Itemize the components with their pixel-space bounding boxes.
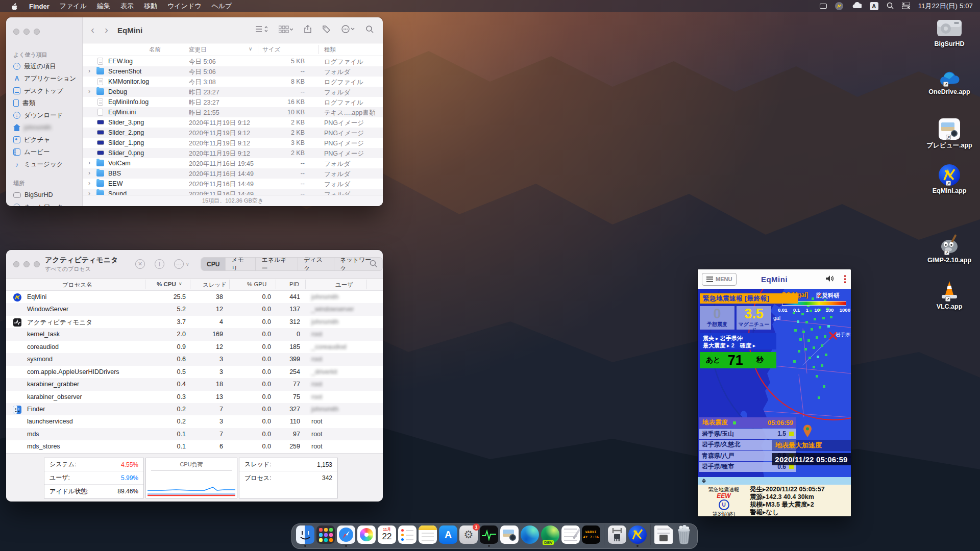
sidebar-item[interactable]: アプリケーション [6,72,82,85]
dock-photos[interactable] [356,525,377,547]
sidebar-item[interactable]: ムービー [6,146,82,158]
desktop-icon-GIMP-2.10.app[interactable]: ↗GIMP-2.10.app [928,231,971,264]
tab-ディスク[interactable]: ディスク [298,258,334,270]
active-app-name[interactable]: Finder [24,3,55,10]
am-search-icon[interactable] [370,260,378,270]
group-view-icon[interactable] [279,26,293,35]
process-row[interactable]: mds_stores0.160.0259root [6,440,383,453]
sidebar-item[interactable]: 最近の項目 [6,60,82,72]
speaker-icon[interactable] [825,274,835,285]
desktop-icon-プレビュー.app[interactable]: ↗プレビュー.app [928,115,971,150]
file-row[interactable]: ›BBS2020年11月16日 14:49--フォルダ [83,168,383,179]
desktop-icon-EqMini.app[interactable]: ↗EqMini.app [928,161,971,194]
tab-エネルギー[interactable]: エネルギー [256,258,298,270]
file-row[interactable]: ›ScreenShot今日 5:06--フォルダ [83,66,383,77]
apple-menu-icon[interactable] [5,3,24,10]
panel-resize-strip[interactable] [698,477,851,485]
sidebar-item[interactable]: ピクチャ [6,134,82,146]
process-row[interactable]: com.apple.AppleUserHIDDrivers0.530.0254_… [6,366,383,378]
process-row[interactable]: karabiner_grabber0.4180.077root [6,378,383,390]
sidebar-item[interactable]: ネットワーク [6,201,82,206]
disclosure-icon[interactable]: › [88,67,90,74]
dock-preview[interactable] [499,525,520,547]
share-icon[interactable] [304,25,311,35]
file-row[interactable]: EEW.log今日 5:065 KBログファイル [83,56,383,66]
disclosure-icon[interactable]: › [88,190,90,195]
menu-item-2[interactable]: 表示 [115,2,139,11]
file-row[interactable]: KMMonitor.log今日 3:088 KBログファイル [83,77,383,87]
dock-eqmini[interactable] [627,525,648,547]
file-row[interactable]: ›Sound2020年11月16日 14:49--フォルダ [83,189,383,195]
file-row[interactable]: Slider_3.png2020年11月19日 9:122 KBPNGイメージ [83,117,383,128]
overflow-menu-icon[interactable] [844,275,846,283]
desktop-icon-VLC.app[interactable]: ↗VLC.app [928,277,971,310]
more-actions-icon[interactable] [341,25,355,35]
chevron-down-icon[interactable]: ∨ [186,262,189,267]
dock-calendar[interactable]: 11月22 [377,525,397,547]
tab-メモリ[interactable]: メモリ [226,258,256,270]
input-source-icon[interactable]: A [870,2,878,10]
dock-karabiner[interactable] [607,525,627,547]
more-options-icon[interactable]: ⋯ [174,259,184,269]
dock-warning-display[interactable]: WARNI4Y 7:36 [581,525,601,547]
dock-notes[interactable] [418,525,438,547]
process-row[interactable]: Finder0.270.0327johnsmith [6,403,383,415]
menubar-clock[interactable]: 11月22日(日) 5:07 [918,2,973,11]
process-row[interactable]: EqMini25.5380.0441johnsmith [6,291,383,303]
process-row[interactable]: mds0.170.097root [6,428,383,440]
process-row[interactable]: sysmond0.630.0399root [6,353,383,365]
tab-CPU[interactable]: CPU [201,258,226,270]
finder-search-icon[interactable] [366,26,374,35]
file-row[interactable]: Slider_0.png2020年11月19日 9:122 KBPNGイメージ [83,148,383,158]
onedrive-tray-icon[interactable] [851,2,862,10]
disclosure-icon[interactable]: › [88,159,90,166]
process-table-header[interactable]: プロセス名 % CPU ∨ スレッド % GPU PID ユーザ [6,279,383,291]
process-row[interactable]: アクティビティモニタ3.740.0312johnsmith [6,316,383,328]
process-row[interactable]: karabiner_observer0.3130.075root [6,391,383,403]
disclosure-icon[interactable]: › [88,180,90,187]
desktop-icon-OneDrive.app[interactable]: ↗OneDrive.app [928,62,971,95]
tag-icon[interactable] [323,26,330,35]
disclosure-icon[interactable]: › [88,88,90,95]
file-row[interactable]: EqMini.ini昨日 21:5510 KBテキス….app書類 [83,107,383,117]
disclosure-icon[interactable]: › [88,169,90,177]
search-icon[interactable] [887,2,894,11]
dock-launchpad[interactable] [315,525,336,547]
control-center-icon[interactable] [902,3,910,10]
process-row[interactable]: launchservicesd0.230.0110root [6,415,383,428]
sidebar-item[interactable]: 書類 [6,97,82,109]
eqmini-tray-icon[interactable] [835,2,843,10]
inspect-process-icon[interactable]: i [155,259,164,269]
finder-list-header[interactable]: 名前 変更日 ∨ サイズ 種類 [83,43,383,56]
file-row[interactable]: ›EEW2020年11月16日 14:49--フォルダ [83,179,383,189]
menu-item-1[interactable]: 編集 [92,2,115,11]
dock-trash[interactable] [674,524,694,548]
dock-textedit[interactable] [560,525,581,547]
file-row[interactable]: ›Debug昨日 23:27--フォルダ [83,87,383,97]
forward-button[interactable]: › [105,23,108,36]
file-row[interactable]: EqMiniInfo.log昨日 23:2716 KBログファイル [83,97,383,107]
window-controls[interactable] [13,261,40,267]
sidebar-item[interactable]: デスクトップ [6,85,82,97]
menu-item-5[interactable]: ヘルプ [206,2,237,11]
sidebar-item[interactable]: ダウンロード [6,109,82,121]
menu-item-4[interactable]: ウインドウ [162,2,207,11]
process-row[interactable]: WindowServer5.2120.0137_windowserver [6,303,383,315]
dock-document[interactable] [653,525,674,547]
list-view-icon[interactable] [255,26,267,35]
quit-process-icon[interactable]: ✕ [135,259,145,269]
back-button[interactable]: ‹ [91,23,94,36]
dock-reminders[interactable] [397,525,418,547]
file-row[interactable]: Slider_1.png2020年11月19日 9:123 KBPNGイメージ [83,138,383,148]
desktop-icon-BigSurHD[interactable]: BigSurHD [928,14,971,47]
file-row[interactable]: ›VolCam2020年11月16日 19:45--フォルダ [83,158,383,168]
dock-edge-dev[interactable]: DEV [540,525,560,547]
sidebar-item[interactable]: johnsmith [6,121,82,134]
dock-system-preferences[interactable]: ⚙1 [458,525,479,547]
menu-item-0[interactable]: ファイル [55,2,92,11]
display-icon[interactable] [820,4,827,9]
dock-finder[interactable] [295,525,315,547]
dock-edge[interactable] [520,525,540,547]
dock-activity-monitor[interactable] [479,525,499,547]
dock-app-store[interactable]: A [438,525,458,547]
